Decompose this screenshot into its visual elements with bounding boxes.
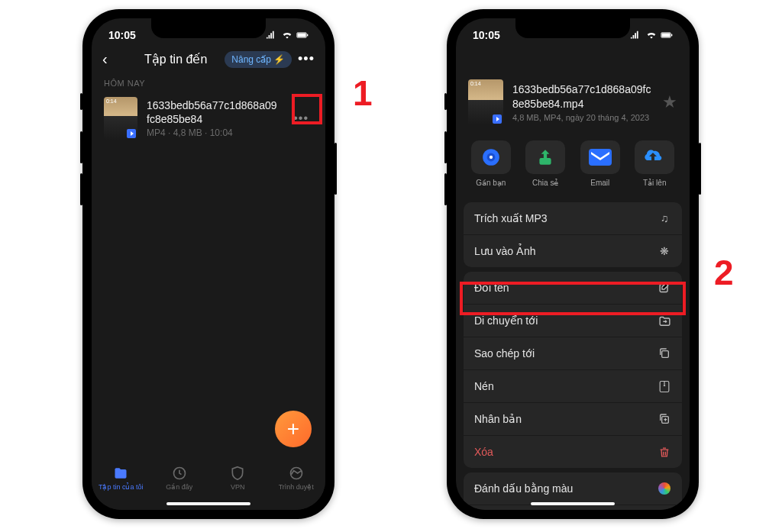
sheet-header: 0:14 1633bedb56a77c1d868a09fc8e85be84.mp… <box>456 46 690 134</box>
upgrade-label: Nâng cấp <box>231 54 271 65</box>
back-button[interactable]: ‹ <box>102 50 119 68</box>
action-label: Chia sẻ <box>532 179 558 187</box>
quick-actions: Gần bạn Chia sẻ Email Tải lên <box>456 134 690 198</box>
menu-label: Lưu vào Ảnh <box>474 245 536 257</box>
file-info: 1633bedb56a77c1d868a09fc8e85be84 MP4 · 4… <box>147 98 280 138</box>
flower-icon: ❋ <box>658 244 671 258</box>
tab-label: Gần đây <box>166 483 192 491</box>
annotation-box-1 <box>292 94 322 124</box>
annotation-number-2: 2 <box>714 252 734 293</box>
svg-rect-6 <box>661 33 670 37</box>
tab-vpn[interactable]: VPN <box>208 466 267 491</box>
action-label: Gần bạn <box>476 179 506 187</box>
status-time: 10:05 <box>108 29 136 41</box>
svg-rect-14 <box>662 351 669 358</box>
menu-label: Nhân bản <box>474 413 522 425</box>
duplicate-icon <box>658 412 671 426</box>
fab-add-button[interactable]: + <box>275 411 312 447</box>
favorite-star-icon[interactable]: ★ <box>662 92 677 112</box>
tab-my-files[interactable]: Tập tin của tôi <box>92 466 150 491</box>
file-row[interactable]: 0:14 1633bedb56a77c1d868a09fc8e85be84 MP… <box>92 91 325 146</box>
home-indicator[interactable] <box>166 502 250 505</box>
menu-extract-mp3[interactable]: Trích xuất MP3 ♫ <box>464 202 682 235</box>
svg-point-10 <box>490 156 493 159</box>
tab-recent[interactable]: Gần đây <box>150 466 209 491</box>
tab-label: Tập tin của tôi <box>99 483 144 491</box>
file-meta: MP4 · 4,8 MB · 10:04 <box>147 127 280 138</box>
color-ring-icon <box>658 482 671 495</box>
svg-rect-12 <box>589 149 612 166</box>
action-share[interactable]: Chia sẻ <box>519 140 574 187</box>
file-name: 1633bedb56a77c1d868a09fc8e85be84 <box>147 98 280 126</box>
action-upload[interactable]: Tải lên <box>628 140 683 187</box>
menu-add-favorite[interactable]: Thêm vào Yêu thích ☆ <box>464 505 682 510</box>
tab-browser[interactable]: Trình duyệt <box>267 466 326 491</box>
play-icon <box>493 114 502 124</box>
action-label: Tải lên <box>643 179 666 187</box>
svg-rect-1 <box>297 33 305 37</box>
menu-color-tag[interactable]: Đánh dấu bằng màu <box>464 472 682 505</box>
play-icon <box>127 129 136 138</box>
tab-label: VPN <box>231 483 245 491</box>
action-email[interactable]: Email <box>573 140 628 187</box>
file-meta: 4,8 MB, MP4, ngày 20 tháng 4, 2023 <box>512 113 653 122</box>
music-note-icon: ♫ <box>658 211 671 225</box>
file-name: 1633bedb56a77c1d868a09fc8e85be84.mp4 <box>512 82 653 110</box>
menu-delete[interactable]: Xóa <box>464 436 682 468</box>
action-label: Email <box>590 179 609 187</box>
file-thumbnail: 0:14 <box>104 97 137 140</box>
menu-save-to-photos[interactable]: Lưu vào Ảnh ❋ <box>464 235 682 267</box>
status-icons <box>630 31 673 40</box>
tab-label: Trình duyệt <box>279 483 314 491</box>
status-time: 10:05 <box>473 29 500 41</box>
thumb-duration: 0:14 <box>470 81 481 86</box>
copy-icon <box>658 347 671 360</box>
app-header: ‹ Tập tin đến Nâng cấp ⚡ ••• <box>92 46 325 73</box>
menu-copy-to[interactable]: Sao chép tới <box>464 337 682 370</box>
phone-frame-left: 10:05 ‹ Tập tin đến Nâng cấp ⚡ ••• HÔM N… <box>82 9 334 519</box>
menu-label: Sao chép tới <box>474 347 535 360</box>
page-title: Tập tin đến <box>125 52 218 66</box>
menu-duplicate[interactable]: Nhân bản <box>464 403 682 436</box>
menu-compress[interactable]: Nén <box>464 370 682 403</box>
menu-label: Đánh dấu bằng màu <box>474 482 573 495</box>
menu-label: Xóa <box>474 446 493 458</box>
menu-label: Trích xuất MP3 <box>474 212 548 224</box>
trash-icon <box>658 445 671 459</box>
annotation-box-2 <box>460 282 686 315</box>
section-label: HÔM NAY <box>92 73 325 91</box>
status-icons <box>266 31 309 40</box>
bolt-icon: ⚡ <box>273 54 285 65</box>
file-thumbnail: 0:14 <box>468 79 503 125</box>
svg-rect-11 <box>540 158 551 165</box>
folder-arrow-icon <box>658 314 671 327</box>
svg-rect-2 <box>307 34 308 37</box>
home-indicator[interactable] <box>531 502 615 505</box>
zip-icon <box>658 379 671 393</box>
phone-frame-right: 10:05 0:14 1633bedb56a77c1d868a09fc8e85b… <box>447 9 699 519</box>
upgrade-button[interactable]: Nâng cấp ⚡ <box>225 51 292 68</box>
header-more-button[interactable]: ••• <box>298 51 315 67</box>
menu-label: Nén <box>474 380 494 392</box>
menu-group-1: Trích xuất MP3 ♫ Lưu vào Ảnh ❋ <box>464 202 682 267</box>
action-nearby[interactable]: Gần bạn <box>464 140 519 187</box>
svg-rect-7 <box>671 34 672 37</box>
annotation-number-1: 1 <box>353 73 373 114</box>
thumb-duration: 0:14 <box>106 98 117 104</box>
menu-label: Di chuyển tới <box>474 314 538 327</box>
